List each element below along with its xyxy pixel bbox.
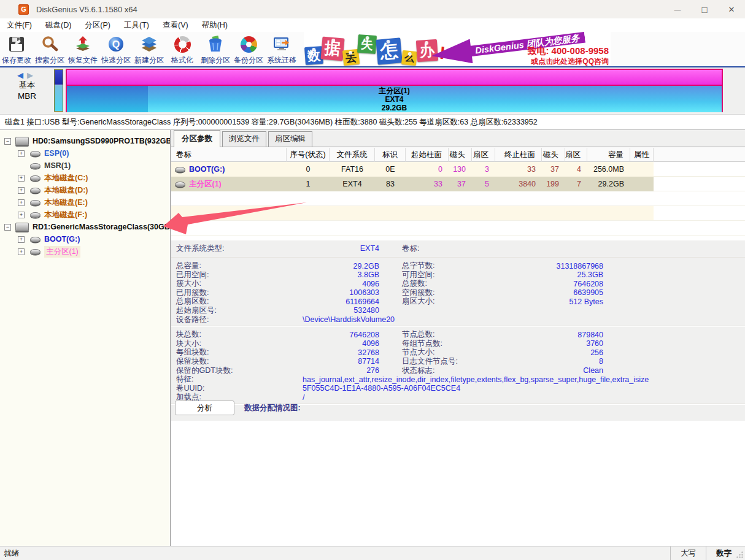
partition-icon — [30, 188, 41, 193]
banner-tile: 失 — [357, 34, 377, 54]
allocation-map-area — [171, 421, 745, 546]
disk-nav-basic-label: 基本 — [0, 80, 54, 91]
status-text: 就绪 — [4, 548, 19, 559]
tree-item-label: 本地磁盘(E:) — [44, 198, 88, 208]
quick-partition-button[interactable]: Q 快速分区 — [99, 32, 133, 66]
tree-item-primary-partition[interactable]: 主分区(1) — [0, 245, 170, 258]
maximize-icon[interactable] — [691, 0, 718, 18]
tree-item-esp[interactable]: ESP(0) — [0, 147, 170, 159]
quick-partition-icon: Q — [106, 34, 126, 55]
expand-icon[interactable] — [18, 150, 25, 157]
expand-icon[interactable] — [18, 199, 25, 206]
close-icon[interactable] — [718, 0, 745, 18]
banner-qq-link[interactable]: 或点击此处选择QQ咨询 — [531, 56, 609, 66]
collapse-icon[interactable] — [4, 138, 11, 145]
divider — [171, 326, 745, 327]
disk-info-text: 磁盘1 接口:USB 型号:GenericMassStorageClass 序列… — [5, 117, 538, 128]
detail-panel: 分区参数 浏览文件 扇区编辑 卷标 序号(状态) 文件系统 标识 起始柱面 磁头… — [171, 130, 745, 546]
partition-icon — [175, 182, 185, 187]
toolbar: 保存更改 搜索分区 恢复文件 Q 快速分区 — [0, 32, 745, 67]
banner-phone: 致电: 400-008-9958 — [527, 45, 609, 57]
primary-partition-block[interactable]: 主分区(1) EXT4 29.2GB — [66, 69, 723, 112]
tree-item-label: RD1:GenericMassStorageClass(30GB) — [33, 223, 171, 231]
partition-graph-panel: ◀▶ 基本 MBR 主分区(1) EXT4 29.2GB — [0, 67, 745, 114]
disk-graph: 主分区(1) EXT4 29.2GB — [54, 69, 724, 113]
partition-table: 卷标 序号(状态) 文件系统 标识 起始柱面 磁头 扇区 终止柱面 磁头 扇区 … — [171, 147, 745, 240]
format-icon — [172, 34, 192, 55]
tree-item-local-f[interactable]: 本地磁盘(F:) — [0, 209, 170, 221]
table-header: 卷标 序号(状态) 文件系统 标识 起始柱面 磁头 扇区 终止柱面 磁头 扇区 … — [171, 147, 745, 162]
partition-icon — [30, 163, 41, 169]
tree-item-label: 本地磁盘(D:) — [44, 185, 88, 196]
recover-files-icon — [73, 34, 93, 55]
tree-item-label: 本地磁盘(F:) — [44, 210, 87, 220]
banner-tile: 怎 — [376, 37, 402, 64]
prev-disk-icon[interactable]: ◀ — [17, 71, 27, 80]
tree-item-label: 本地磁盘(C:) — [44, 173, 88, 183]
table-empty-row — [171, 206, 745, 221]
banner-tile: 么 — [401, 50, 417, 66]
resize-grip-icon[interactable] — [736, 551, 744, 559]
tree-item-rd1[interactable]: RD1:GenericMassStorageClass(30GB) — [0, 221, 170, 233]
partition-icon — [175, 167, 185, 172]
menu-view[interactable]: 查看(V) — [156, 20, 195, 31]
banner-tile: 办 — [416, 39, 438, 62]
partition-icon — [30, 151, 41, 156]
partition-tree: HD0:SamsungSSD990PRO1TB(932GB) ESP(0) MS… — [0, 130, 171, 546]
table-row-selected[interactable]: 主分区(1) 1 EXT4 83 33 37 5 3840 199 7 29.2… — [171, 177, 745, 191]
menu-file[interactable]: 文件(F) — [0, 20, 39, 31]
delete-partition-icon — [206, 34, 225, 55]
tab-sector-edit[interactable]: 扇区编辑 — [268, 131, 312, 147]
backup-partition-icon — [239, 34, 258, 55]
collapse-icon[interactable] — [4, 224, 11, 231]
tree-item-boot-g[interactable]: BOOT(G:) — [0, 233, 170, 245]
menu-partition[interactable]: 分区(P) — [78, 20, 117, 31]
system-migration-button[interactable]: 系统迁移 — [265, 32, 298, 66]
new-partition-button[interactable]: 新建分区 — [133, 32, 166, 66]
minimize-icon[interactable] — [664, 0, 691, 18]
disk-info-bar: 磁盘1 接口:USB 型号:GenericMassStorageClass 序列… — [0, 114, 745, 130]
boot-partition-block[interactable] — [54, 69, 63, 112]
expand-icon[interactable] — [18, 236, 25, 243]
table-row[interactable]: BOOT(G:) 0 FAT16 0E 0 130 3 33 37 4 256.… — [171, 162, 745, 177]
next-disk-icon[interactable]: ▶ — [27, 71, 37, 80]
menu-disk[interactable]: 磁盘(D) — [39, 20, 78, 31]
partition-icon — [30, 212, 41, 218]
search-partition-button[interactable]: 搜索分区 — [33, 32, 66, 66]
tree-item-hd0[interactable]: HD0:SamsungSSD990PRO1TB(932GB) — [0, 135, 170, 147]
tree-item-local-d[interactable]: 本地磁盘(D:) — [0, 184, 170, 196]
tree-item-label: BOOT(G:) — [44, 235, 80, 244]
tree-item-label: MSR(1) — [44, 161, 71, 170]
menu-help[interactable]: 帮助(H) — [195, 20, 234, 31]
analyze-button[interactable]: 分析 — [175, 401, 234, 415]
expand-icon[interactable] — [18, 212, 25, 218]
partition-icon — [30, 249, 41, 255]
title-bar: G DiskGenius V5.6.1.1580 x64 — [0, 0, 745, 18]
tree-item-label: HD0:SamsungSSD990PRO1TB(932GB) — [33, 137, 171, 145]
tree-item-local-e[interactable]: 本地磁盘(E:) — [0, 196, 170, 209]
save-changes-button[interactable]: 保存更改 — [0, 32, 33, 66]
format-button[interactable]: 格式化 — [166, 32, 199, 66]
menu-tools[interactable]: 工具(T) — [117, 20, 156, 31]
backup-partition-button[interactable]: 备份分区 — [232, 32, 265, 66]
filesystem-details: 文件系统类型: EXT4 卷标: 总容量:29.2GB总字节数:31318867… — [171, 240, 745, 399]
delete-partition-button[interactable]: 删除分区 — [199, 32, 232, 66]
tab-browse-files[interactable]: 浏览文件 — [222, 131, 266, 147]
tree-item-msr[interactable]: MSR(1) — [0, 159, 170, 172]
partition-icon — [30, 237, 41, 242]
search-icon — [40, 34, 60, 55]
ad-banner[interactable]: 数 据 丢 失 怎 么 办 ! DiskGenius 团队为您服务 致电: 40… — [304, 32, 611, 66]
table-empty-row — [171, 191, 745, 206]
tree-item-label: 主分区(1) — [44, 246, 80, 258]
divider — [171, 257, 745, 258]
recover-files-button[interactable]: 恢复文件 — [66, 32, 99, 66]
svg-text:Q: Q — [112, 39, 120, 50]
boot-partition-band — [55, 70, 63, 85]
expand-icon[interactable] — [18, 187, 25, 194]
expand-icon[interactable] — [18, 248, 25, 255]
expand-icon[interactable] — [18, 175, 25, 182]
new-partition-icon — [139, 34, 159, 55]
tree-item-local-c[interactable]: 本地磁盘(C:) — [0, 172, 170, 184]
menu-bar: 文件(F) 磁盘(D) 分区(P) 工具(T) 查看(V) 帮助(H) — [0, 18, 745, 33]
tab-partition-params[interactable]: 分区参数 — [174, 130, 220, 147]
